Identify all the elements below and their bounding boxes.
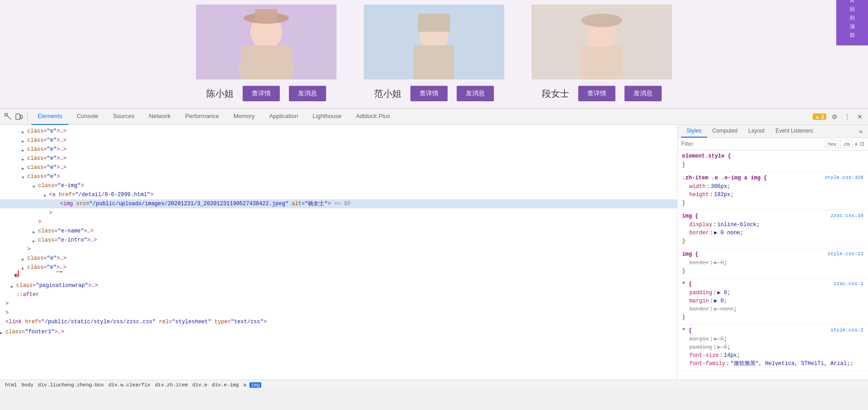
html-line-7[interactable]: <a href="/detail/9-6-2099.html">	[0, 190, 677, 199]
filter-hov-button[interactable]: :hov	[825, 140, 839, 148]
breadcrumb-item-div.w.clearfix[interactable]: div.w.clearfix	[107, 382, 151, 388]
inspect-icon[interactable]	[4, 112, 13, 121]
html-triangle-11[interactable]	[33, 228, 38, 234]
tab-lighthouse[interactable]: Lighthouse	[306, 109, 348, 125]
html-triangle-12[interactable]	[33, 237, 38, 243]
html-line-0[interactable]: class="e">…>	[0, 127, 677, 136]
breadcrumb-item-div.liucheng.zheng-box[interactable]: div.liucheng.zheng-box	[37, 382, 105, 388]
html-line-9[interactable]: >	[0, 208, 677, 217]
html-line-1[interactable]: class="e">…>	[0, 136, 677, 145]
html-triangle-4[interactable]	[22, 165, 27, 170]
styles-filter-input[interactable]	[681, 141, 823, 147]
more-options-icon[interactable]: ⋮	[843, 112, 852, 121]
html-line-10[interactable]: >	[0, 217, 677, 227]
css-source-1[interactable]: style.css:326	[824, 175, 863, 181]
breadcrumb-item-div.e[interactable]: div.e	[191, 382, 209, 388]
back-to-top-button[interactable]: ∧ 回 到 顶 部	[836, 0, 868, 45]
html-line-23[interactable]: class="footer1">…>	[0, 327, 677, 336]
detail-button-3[interactable]: 查详情	[578, 86, 615, 101]
html-line-15[interactable]: class="e">…>	[0, 263, 677, 272]
html-triangle-0[interactable]	[22, 128, 27, 134]
filter-add-button[interactable]: +	[854, 140, 858, 148]
css-prop-line-1-1[interactable]: height: 192px;	[682, 191, 863, 199]
message-button-3[interactable]: 发消息	[624, 86, 662, 101]
css-prop-line-2-1[interactable]: border: ▶ 0 none;	[682, 229, 863, 237]
html-line-11[interactable]: class="e-name">…>	[0, 227, 677, 236]
breadcrumb-item-body[interactable]: body	[20, 382, 34, 388]
message-button-1[interactable]: 发消息	[289, 86, 326, 101]
breadcrumb-item-div.e-img[interactable]: div.e-img	[210, 382, 240, 388]
css-source-5[interactable]: style.css:2	[830, 327, 863, 334]
tab-adblock[interactable]: Adblock Plus	[350, 109, 396, 125]
html-line-12[interactable]: class="e-intro">…>	[0, 236, 677, 245]
css-prop-line-2-0[interactable]: display: inline-block;	[682, 221, 863, 229]
html-line-6[interactable]: class="e-img">	[0, 181, 677, 190]
html-line-4[interactable]: class="e">…>	[0, 163, 677, 172]
css-prop-line-4-1[interactable]: margin: ▶ 0;	[682, 297, 863, 305]
close-devtools-icon[interactable]: ✕	[855, 112, 864, 121]
html-triangle-17[interactable]	[11, 283, 16, 288]
html-line-2[interactable]: class="e">…>	[0, 145, 677, 154]
tab-application[interactable]: Application	[263, 109, 305, 125]
html-line-21[interactable]: <link href="/public/static/style/css/zzs…	[0, 317, 677, 326]
tab-elements[interactable]: Elements	[31, 109, 68, 125]
css-prop-value: "微软雅黑", Helvetica, STHeiTi, Arial;	[730, 360, 850, 368]
styles-tab-computed[interactable]: Computed	[707, 125, 743, 138]
tab-performance[interactable]: Performance	[179, 109, 225, 125]
html-line-13[interactable]: >	[0, 245, 677, 254]
elements-panel[interactable]: class="e">…> class="e">…> class="e">…> c…	[0, 125, 678, 380]
css-source-4[interactable]: zzsc.css:1	[834, 281, 863, 287]
filter-cls-button[interactable]: .cls	[840, 140, 853, 148]
css-prop-line-1-0[interactable]: width: 306px;	[682, 183, 863, 191]
html-line-3[interactable]: class="e">…>	[0, 154, 677, 163]
settings-icon[interactable]: ⚙	[830, 112, 839, 121]
html-line-5[interactable]: class="e">	[0, 172, 677, 181]
html-line-17[interactable]: class="paginationwrap">…>	[0, 281, 677, 290]
css-source-3[interactable]: style.css:12	[828, 251, 863, 257]
css-prop-line-5-1[interactable]: padding: ▶ 0;	[682, 343, 863, 351]
filter-layout-icon[interactable]: ⊡	[860, 141, 864, 147]
html-line-14[interactable]: class="e">…>	[0, 254, 677, 263]
html-content-3: class="e">…>	[27, 154, 66, 163]
css-prop-line-5-3[interactable]: font-family: "微软雅黑", Helvetica, STHeiTi,…	[682, 360, 863, 368]
styles-tab-styles[interactable]: Styles	[681, 125, 707, 138]
html-line-19[interactable]: >	[0, 299, 677, 308]
message-button-2[interactable]: 发消息	[457, 86, 494, 101]
css-prop-line-4-2[interactable]: border: ▶ none;	[682, 305, 863, 313]
tab-network[interactable]: Network	[143, 109, 177, 125]
tab-sources[interactable]: Sources	[107, 109, 141, 125]
breadcrumb-item-div.zh-item[interactable]: div.zh-item	[153, 382, 189, 388]
styles-tab-layout[interactable]: Layout	[743, 125, 770, 138]
css-prop-line-5-2[interactable]: font-size: 14px;	[682, 351, 863, 360]
device-toggle-icon[interactable]	[15, 112, 24, 121]
detail-button-2[interactable]: 查详情	[410, 86, 448, 101]
breadcrumb-item-a[interactable]: a	[242, 382, 248, 388]
html-triangle-2[interactable]	[22, 147, 27, 152]
html-triangle-14[interactable]	[22, 256, 27, 261]
html-triangle-3[interactable]	[22, 156, 27, 161]
detail-button-1[interactable]: 查详情	[243, 86, 280, 101]
html-triangle-5[interactable]	[22, 174, 27, 179]
html-triangle-15[interactable]	[22, 265, 27, 270]
breadcrumb-item-img[interactable]: img	[249, 382, 261, 388]
html-triangle-1[interactable]	[22, 138, 27, 143]
html-triangle-6[interactable]	[33, 183, 38, 188]
breadcrumb-item-html[interactable]: html	[4, 382, 18, 388]
css-semicolon: ;	[740, 229, 743, 237]
styles-tab-event-listeners[interactable]: Event Listeners	[770, 125, 819, 138]
html-line-16[interactable]: >	[0, 272, 677, 281]
html-triangle-23[interactable]	[0, 329, 5, 335]
css-prop-line-3-0[interactable]: border: ▶ 0;	[682, 259, 863, 267]
html-line-18[interactable]: ::after	[0, 290, 677, 299]
html-triangle-7[interactable]	[44, 192, 49, 198]
html-line-8[interactable]: <img src="/public/uploads/images/2020123…	[0, 199, 677, 208]
styles-tab-more[interactable]: »	[857, 125, 864, 138]
tab-memory[interactable]: Memory	[227, 109, 261, 125]
css-rule-header-3: img {style.css:12	[682, 251, 863, 257]
css-source-2[interactable]: zzsc.css:16	[830, 213, 863, 219]
tab-console[interactable]: Console	[70, 109, 105, 125]
css-prop-line-4-0[interactable]: padding: ▶ 0;	[682, 289, 863, 297]
svg-rect-9	[418, 14, 450, 32]
css-prop-line-5-0[interactable]: margin: ▶ 0;	[682, 335, 863, 343]
html-line-20[interactable]: >	[0, 308, 677, 317]
